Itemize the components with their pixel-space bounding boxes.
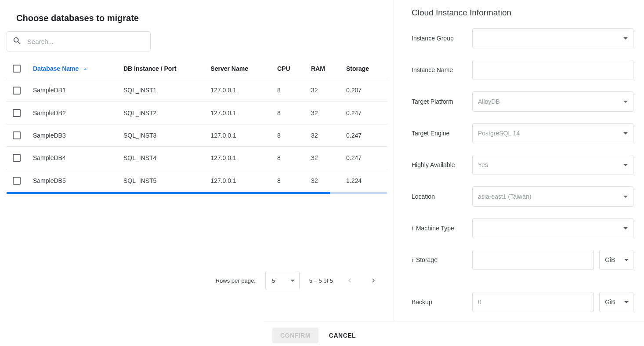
dropdown-icon — [623, 196, 628, 198]
right-panel-title: Cloud Instance Information — [412, 8, 633, 18]
table-row[interactable]: SampleDB3 SQL_INST3 127.0.0.1 8 32 0.247 — [7, 124, 387, 146]
dropdown-icon — [623, 101, 628, 103]
backup-unit-select[interactable]: GiB — [599, 292, 633, 312]
dropdown-icon — [624, 301, 629, 303]
row-checkbox[interactable] — [13, 109, 21, 117]
col-ram[interactable]: RAM — [305, 60, 340, 79]
col-storage[interactable]: Storage — [340, 60, 387, 79]
target-engine-select[interactable]: PostgreSQL 14 — [472, 123, 633, 143]
sort-asc-icon — [82, 65, 88, 72]
row-checkbox[interactable] — [13, 154, 21, 162]
select-all-checkbox[interactable] — [13, 65, 21, 73]
machine-type-select[interactable] — [472, 218, 633, 238]
target-platform-label: Target Platform — [412, 98, 472, 105]
target-platform-select[interactable]: AlloyDB — [472, 91, 633, 112]
pagination-range: 5 – 5 of 5 — [309, 277, 333, 284]
machine-type-label: iMachine Type — [412, 225, 472, 232]
chevron-left-icon — [346, 277, 354, 284]
progress-indicator — [7, 192, 387, 194]
info-icon: i — [412, 257, 413, 263]
instance-name-label: Instance Name — [412, 66, 472, 73]
left-panel: Choose databases to migrate Database Nam… — [0, 0, 394, 321]
table-row[interactable]: SampleDB4 SQL_INST4 127.0.0.1 8 32 0.247 — [7, 147, 387, 169]
dropdown-icon — [290, 280, 295, 282]
storage-label: iStorage — [412, 256, 472, 264]
table-row[interactable]: SampleDB2 SQL_INST2 127.0.0.1 8 32 0.247 — [7, 102, 387, 124]
page-title: Choose databases to migrate — [16, 13, 387, 23]
storage-input[interactable] — [472, 250, 594, 270]
confirm-button[interactable]: CONFIRM — [272, 328, 318, 343]
dropdown-icon — [623, 132, 628, 135]
col-cpu[interactable]: CPU — [271, 60, 305, 79]
database-table: Database Name DB Instance / Port Server … — [7, 60, 387, 192]
row-checkbox[interactable] — [13, 131, 21, 139]
rows-per-page-select[interactable]: 5 — [265, 271, 300, 290]
dropdown-icon — [623, 227, 628, 229]
highly-available-select[interactable]: Yes — [472, 155, 633, 175]
right-panel: Cloud Instance Information Instance Grou… — [394, 0, 644, 321]
backup-label: Backup — [412, 299, 472, 306]
col-instance[interactable]: DB Instance / Port — [117, 60, 204, 79]
table-row[interactable]: SampleDB5 SQL_INST5 127.0.0.1 8 32 1.224 — [7, 169, 387, 192]
instance-name-input[interactable] — [472, 60, 633, 80]
footer: CONFIRM CANCEL — [264, 321, 644, 346]
prev-page-button[interactable] — [343, 273, 357, 288]
next-page-button[interactable] — [366, 273, 380, 288]
search-box[interactable] — [7, 31, 151, 51]
search-icon — [12, 36, 27, 47]
col-database-name[interactable]: Database Name — [27, 60, 117, 79]
search-input[interactable] — [27, 38, 145, 45]
row-checkbox[interactable] — [13, 87, 21, 95]
dropdown-icon — [623, 37, 628, 40]
row-checkbox[interactable] — [13, 177, 21, 185]
chevron-right-icon — [369, 277, 377, 284]
dropdown-icon — [624, 259, 629, 261]
col-server[interactable]: Server Name — [204, 60, 271, 79]
pagination: Rows per page: 5 5 – 5 of 5 — [216, 271, 380, 290]
instance-group-label: Instance Group — [412, 35, 472, 42]
cancel-button[interactable]: CANCEL — [329, 332, 356, 339]
table-row[interactable]: SampleDB1 SQL_INST1 127.0.0.1 8 32 0.207 — [7, 79, 387, 102]
dropdown-icon — [623, 164, 628, 166]
location-select[interactable]: asia-east1 (Taiwan) — [472, 186, 633, 207]
storage-unit-select[interactable]: GiB — [599, 250, 633, 270]
instance-group-select[interactable] — [472, 28, 633, 48]
target-engine-label: Target Engine — [412, 130, 472, 137]
backup-input[interactable]: 0 — [472, 292, 594, 312]
rows-per-page-label: Rows per page: — [216, 277, 256, 284]
info-icon: i — [412, 225, 413, 232]
location-label: Location — [412, 193, 472, 200]
highly-available-label: Highly Available — [412, 161, 472, 168]
